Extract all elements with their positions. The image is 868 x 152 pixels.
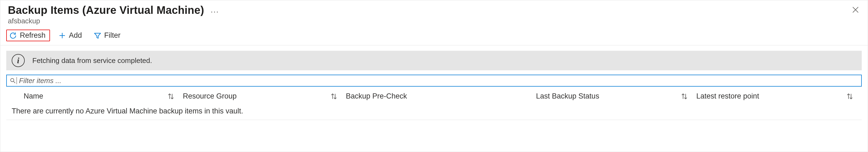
svg-line-6 <box>13 81 15 83</box>
column-label: Resource Group <box>183 92 237 101</box>
info-banner: i Fetching data from service completed. <box>6 51 862 70</box>
filter-row <box>6 75 862 86</box>
results-table: Name Resource Group Backup Pre-Check Las… <box>6 89 862 120</box>
page-title: Backup Items (Azure Virtual Machine) <box>8 4 204 16</box>
refresh-icon <box>9 32 17 40</box>
sort-icon <box>167 92 175 100</box>
column-label: Name <box>24 92 43 101</box>
search-icon <box>9 77 16 84</box>
blade-header: Backup Items (Azure Virtual Machine) ···… <box>0 0 868 27</box>
backup-items-blade: Backup Items (Azure Virtual Machine) ···… <box>0 0 868 152</box>
column-header-resource-group[interactable]: Resource Group <box>183 92 346 101</box>
toolbar: Refresh Add Filter <box>0 27 868 45</box>
column-header-pre-check[interactable]: Backup Pre-Check <box>346 92 536 101</box>
add-button[interactable]: Add <box>55 30 85 41</box>
svg-point-5 <box>10 78 14 82</box>
column-header-last-status[interactable]: Last Backup Status <box>536 92 696 101</box>
add-label: Add <box>69 31 82 40</box>
column-header-name[interactable]: Name <box>6 92 183 101</box>
column-label: Latest restore point <box>696 92 759 101</box>
more-actions-button[interactable]: ··· <box>211 5 219 15</box>
sort-icon <box>846 92 854 100</box>
funnel-icon <box>93 32 102 40</box>
close-button[interactable] <box>851 6 860 16</box>
column-header-latest-restore[interactable]: Latest restore point <box>696 92 862 101</box>
sort-icon <box>681 92 688 100</box>
empty-state-message: There are currently no Azure Virtual Mac… <box>6 104 862 120</box>
filter-input-box[interactable] <box>6 75 862 86</box>
info-icon: i <box>12 54 25 67</box>
text-cursor <box>17 77 17 84</box>
title-row: Backup Items (Azure Virtual Machine) ··· <box>8 4 860 16</box>
column-label: Last Backup Status <box>536 92 599 101</box>
refresh-button[interactable]: Refresh <box>6 30 50 41</box>
filter-label: Filter <box>104 31 121 40</box>
filter-button[interactable]: Filter <box>90 30 124 41</box>
svg-marker-4 <box>94 33 100 38</box>
sort-icon <box>330 92 338 100</box>
close-icon <box>851 7 860 15</box>
column-label: Backup Pre-Check <box>346 92 407 101</box>
refresh-label: Refresh <box>20 31 45 40</box>
column-header-row: Name Resource Group Backup Pre-Check Las… <box>6 89 862 104</box>
plus-icon <box>58 32 66 40</box>
filter-input[interactable] <box>19 77 859 85</box>
info-message: Fetching data from service completed. <box>32 56 152 65</box>
page-subtitle: afsbackup <box>8 17 860 25</box>
